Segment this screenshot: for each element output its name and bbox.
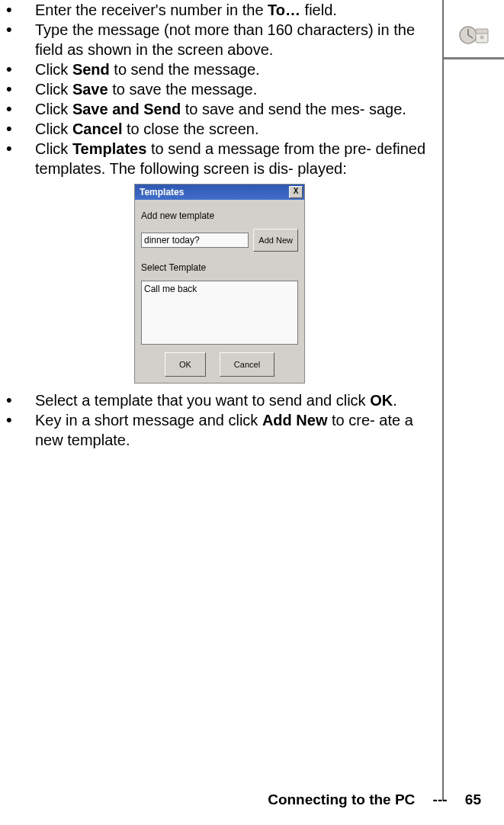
select-template-label: Select Template [141,258,298,278]
vertical-rule [442,0,444,801]
bullet-dot: • [6,139,35,159]
bullet-4: • Click Save to save the message. [6,79,433,99]
text: Click [35,61,72,78]
text: . [393,392,397,409]
bullet-dot: • [6,99,35,119]
footer-separator: --- [433,791,448,807]
bullet-7: • Click Templates to send a message from… [6,139,433,178]
text: to close the screen. [122,120,258,137]
text: Enter the receiver's number in the [35,2,268,18]
add-new-button[interactable]: Add New [253,229,298,252]
text: to save the message. [108,81,258,98]
bullet-6: • Click Cancel to close the screen. [6,119,433,139]
bold: Send [72,61,110,78]
bold: Templates [72,140,146,157]
body-text: • Enter the receiver's number in the To…… [6,0,433,450]
svg-point-5 [480,36,484,40]
text: Click [35,81,72,98]
section-name: Connecting to the PC [268,791,415,807]
ok-button[interactable]: OK [165,352,206,377]
add-template-label: Add new template [141,206,298,226]
bold: OK [370,392,393,409]
text: Click [35,120,72,137]
list-item[interactable]: Call me back [144,283,295,295]
text: Type the message (not more than 160 char… [35,21,415,58]
close-icon[interactable]: X [289,186,303,198]
bullet-8: • Select a template that you want to sen… [6,390,433,410]
bold: To… [268,2,300,18]
text: Key in a short message and click [35,412,262,429]
text: Select a template that you want to send … [35,392,370,409]
bullet-dot: • [6,390,35,410]
bullet-dot: • [6,410,35,430]
text: field. [300,2,337,18]
section-icon [459,23,491,47]
svg-rect-4 [476,29,488,34]
text: Click [35,101,72,117]
bold: Cancel [72,120,123,137]
bullet-1: • Enter the receiver's number in the To…… [6,0,433,20]
dialog-titlebar: Templates X [135,185,304,200]
bold: Save [72,81,108,98]
templates-dialog-figure: Templates X Add new template dinner toda… [6,185,433,383]
template-list[interactable]: Call me back [141,281,298,345]
bullet-dot: • [6,79,35,99]
bullet-3: • Click Send to send the message. [6,59,433,79]
page-footer: Connecting to the PC --- 65 [268,791,481,808]
templates-dialog: Templates X Add new template dinner toda… [135,185,304,383]
bullet-dot: • [6,59,35,79]
dialog-title: Templates [140,182,289,202]
bullet-dot: • [6,119,35,139]
bullet-9: • Key in a short message and click Add N… [6,410,433,450]
bold: Add New [262,412,328,429]
horizontal-rule [444,57,504,59]
page-number: 65 [465,791,481,807]
text: to send the message. [110,61,260,78]
bullet-5: • Click Save and Send to save and send t… [6,99,433,119]
cancel-button[interactable]: Cancel [220,352,274,377]
bullet-2: • Type the message (not more than 160 ch… [6,20,433,59]
bullet-dot: • [6,0,35,20]
bullet-dot: • [6,20,35,40]
text: Click [35,140,72,157]
template-input[interactable]: dinner today? [141,233,249,248]
text: to save and send the mes- sage. [181,101,406,117]
bold: Save and Send [72,101,181,117]
